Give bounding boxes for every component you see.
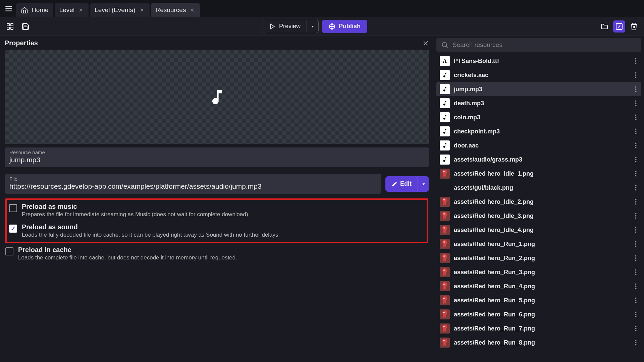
play-icon	[269, 23, 276, 30]
more-icon[interactable]	[634, 254, 638, 262]
more-icon[interactable]	[634, 169, 638, 178]
resource-item[interactable]: coin.mp3	[436, 110, 641, 124]
resource-item[interactable]: assets\Red hero_Run_7.png	[436, 321, 641, 336]
svg-point-27	[635, 74, 637, 76]
resource-item[interactable]: assets\Red hero_Run_4.png	[436, 279, 641, 293]
close-icon[interactable]	[78, 7, 84, 13]
edit-button[interactable]: Edit	[385, 176, 429, 192]
resource-item[interactable]: death.mp3	[436, 96, 641, 110]
more-icon[interactable]	[634, 57, 638, 65]
svg-point-65	[635, 213, 637, 215]
svg-point-67	[635, 218, 637, 219]
more-icon[interactable]	[634, 212, 638, 220]
sprite-icon	[440, 239, 450, 249]
publish-button[interactable]: Publish	[322, 20, 367, 33]
resource-item[interactable]: assets\Red hero_Run_5.png	[436, 293, 641, 307]
preload-music-row[interactable]: Preload as music Prepares the file for i…	[7, 200, 427, 221]
tab-label: Level	[59, 6, 74, 14]
more-icon[interactable]	[634, 282, 638, 291]
resource-item[interactable]: APTSans-Bold.ttf	[436, 54, 641, 68]
more-icon[interactable]	[634, 85, 638, 94]
preload-music-checkbox[interactable]	[9, 204, 17, 212]
svg-point-101	[635, 298, 637, 299]
preload-cache-checkbox[interactable]	[5, 247, 13, 255]
svg-point-72	[635, 229, 637, 231]
preview-button[interactable]: Preview	[263, 20, 319, 33]
sprite-icon	[440, 338, 450, 348]
more-icon[interactable]	[634, 324, 638, 333]
edit-properties-icon[interactable]	[613, 20, 625, 33]
svg-point-107	[635, 312, 637, 313]
tab-resources[interactable]: Resources	[151, 3, 200, 17]
menu-icon[interactable]	[3, 3, 15, 15]
svg-point-44	[635, 157, 637, 158]
preview-dropdown[interactable]	[307, 20, 318, 33]
more-icon[interactable]	[634, 226, 638, 234]
svg-point-113	[635, 326, 637, 327]
highlight-annotation: Preload as music Prepares the file for i…	[5, 198, 428, 243]
preload-sound-checkbox[interactable]	[9, 225, 17, 233]
close-icon[interactable]	[189, 7, 195, 13]
edit-dropdown[interactable]	[418, 176, 429, 192]
resource-item[interactable]: assets\Red hero_Idle_3.png	[436, 209, 641, 223]
resource-item[interactable]: assets\Red hero_Idle_4.png	[436, 223, 641, 237]
svg-rect-9	[7, 23, 9, 26]
sprite-icon	[440, 295, 450, 305]
more-icon[interactable]	[634, 113, 638, 122]
search-icon	[441, 41, 448, 49]
preload-sound-row[interactable]: Preload as sound Loads the fully decoded…	[7, 221, 427, 241]
preload-cache-row[interactable]: Preload in cache Loads the complete file…	[3, 243, 430, 264]
resource-item[interactable]: assets\Red hero_Run_2.png	[436, 251, 641, 265]
trash-icon[interactable]	[628, 20, 640, 33]
properties-title: Properties	[5, 39, 38, 47]
resource-item[interactable]: assets\Red hero_Run_1.png	[436, 237, 641, 251]
resource-item[interactable]: checkpoint.mp3	[436, 124, 641, 138]
file-field[interactable]: File https://resources.gdevelop-app.com/…	[5, 174, 381, 194]
resource-item[interactable]: door.aac	[436, 138, 641, 153]
save-icon[interactable]	[19, 20, 32, 33]
tabs-bar: HomeLevelLevel (Events)Resources	[0, 0, 644, 17]
more-icon[interactable]	[634, 197, 638, 206]
more-icon[interactable]	[634, 127, 638, 136]
more-icon[interactable]	[634, 338, 638, 347]
svg-rect-10	[11, 23, 13, 26]
close-icon[interactable]	[422, 40, 429, 47]
resource-name-value: jump.mp3	[9, 156, 424, 164]
resource-item[interactable]: assets\Red hero_Run_8.png	[436, 336, 641, 350]
svg-point-78	[635, 243, 637, 245]
resource-item[interactable]: assets/audio/grass.mp3	[436, 153, 641, 167]
more-icon[interactable]	[634, 141, 638, 150]
resource-item[interactable]: assets\Red hero_Idle_2.png	[436, 195, 641, 209]
resource-item[interactable]: assets\Red hero_Run_6.png	[436, 307, 641, 321]
more-icon[interactable]	[634, 99, 638, 108]
resource-item[interactable]: assets\Red hero_Idle_1.png	[436, 167, 641, 181]
tab-level-events-[interactable]: Level (Events)	[90, 3, 149, 17]
svg-point-58	[444, 199, 444, 200]
search-box[interactable]	[436, 38, 641, 52]
resource-item[interactable]: assets\Red hero_Run_3.png	[436, 265, 641, 279]
more-icon[interactable]	[634, 310, 638, 319]
more-icon[interactable]	[634, 71, 638, 79]
resource-item[interactable]: jump.mp3	[436, 82, 641, 96]
tab-home[interactable]: Home	[16, 3, 53, 17]
more-icon[interactable]	[634, 183, 638, 192]
resource-name-label: Resource name	[9, 149, 424, 155]
svg-rect-12	[11, 27, 13, 29]
svg-point-73	[635, 232, 637, 233]
more-icon[interactable]	[634, 240, 638, 248]
resource-name-field[interactable]: Resource name jump.mp3	[5, 147, 429, 167]
resource-item[interactable]: crickets.aac	[436, 68, 641, 82]
search-input[interactable]	[452, 41, 637, 49]
more-icon[interactable]	[634, 155, 638, 164]
tab-level[interactable]: Level	[55, 3, 89, 17]
close-icon[interactable]	[139, 7, 145, 13]
panel-layout-icon[interactable]	[4, 20, 16, 33]
more-icon[interactable]	[634, 268, 638, 277]
svg-point-86	[442, 268, 447, 273]
svg-point-54	[635, 187, 637, 188]
resource-item[interactable]: assets/gui/black.png	[436, 181, 641, 195]
sprite-icon	[440, 309, 450, 319]
more-icon[interactable]	[634, 296, 638, 305]
tab-label: Home	[32, 6, 49, 14]
folder-open-icon[interactable]	[598, 20, 610, 33]
